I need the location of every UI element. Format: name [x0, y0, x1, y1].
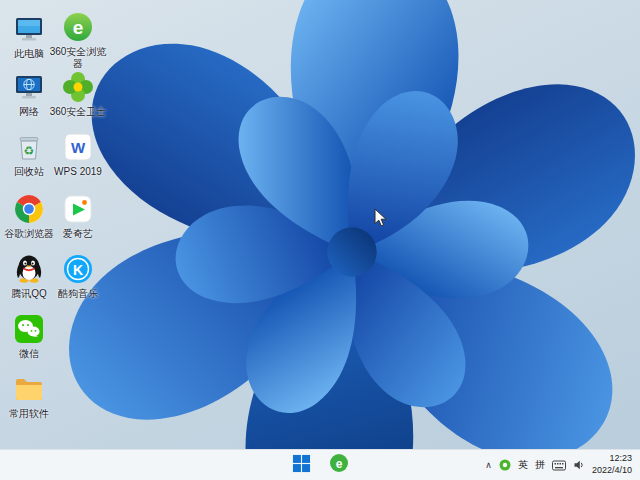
desktop-icon-360-safeguard[interactable]: 360安全卫士: [49, 70, 107, 118]
icon-label: 爱奇艺: [63, 228, 93, 240]
network-icon: [12, 70, 46, 104]
svg-text:e: e: [73, 17, 84, 38]
folder-icon: [12, 372, 46, 406]
chrome-icon: [12, 192, 46, 226]
desktop-icon-wps[interactable]: W WPS 2019: [49, 130, 107, 178]
desktop-icon-software-folder[interactable]: 常用软件: [0, 372, 58, 420]
wechat-icon: [12, 312, 46, 346]
icon-label: 360安全卫士: [50, 106, 107, 118]
svg-text:K: K: [73, 262, 83, 278]
tray-clock[interactable]: 12:23 2022/4/10: [592, 453, 636, 476]
kugou-icon: K: [61, 252, 95, 286]
icon-label: 常用软件: [9, 408, 49, 420]
icon-label: 360安全浏览器: [49, 46, 107, 70]
icon-label: 回收站: [14, 166, 44, 178]
this-pc-icon: [12, 12, 46, 46]
taskbar: e ∧ 英 拼: [0, 449, 640, 480]
icon-label: 网络: [19, 106, 39, 118]
360-browser-icon: e: [61, 10, 95, 44]
svg-text:e: e: [336, 457, 343, 471]
iqiyi-icon: [61, 192, 95, 226]
start-button[interactable]: [288, 453, 314, 477]
desktop: 此电脑 网络 ♻ 回收站: [0, 0, 640, 450]
desktop-icon-wechat[interactable]: 微信: [0, 312, 58, 360]
tray-date: 2022/4/10: [592, 465, 632, 477]
qq-penguin-icon: [12, 252, 46, 286]
tray-time: 12:23: [609, 453, 632, 465]
svg-text:♻: ♻: [24, 144, 35, 158]
icon-label: 酷狗音乐: [58, 288, 98, 300]
tray-hidden-icons-chevron[interactable]: ∧: [485, 454, 492, 476]
icon-label: 腾讯QQ: [11, 288, 47, 300]
wps-icon: W: [61, 130, 95, 164]
taskbar-360-browser-button[interactable]: e: [326, 453, 352, 477]
windows-logo-icon: [292, 454, 311, 477]
desktop-icon-kugou[interactable]: K 酷狗音乐: [49, 252, 107, 300]
icon-label: 谷歌浏览器: [4, 228, 54, 240]
icon-label: 此电脑: [14, 48, 44, 60]
360-browser-taskbar-icon: e: [329, 453, 349, 477]
svg-text:W: W: [71, 139, 86, 156]
desktop-icon-360-browser[interactable]: e 360安全浏览器: [49, 10, 107, 70]
tray-360-icon[interactable]: [499, 454, 511, 476]
icon-label: 微信: [19, 348, 39, 360]
desktop-icon-iqiyi[interactable]: 爱奇艺: [49, 192, 107, 240]
volume-icon[interactable]: [573, 454, 585, 476]
system-tray: ∧ 英 拼 12:23 2: [485, 450, 636, 480]
keyboard-icon[interactable]: [552, 454, 566, 476]
360-safeguard-icon: [61, 70, 95, 104]
ime-language-indicator[interactable]: 英: [518, 454, 528, 476]
recycle-bin-icon: ♻: [12, 130, 46, 164]
icon-label: WPS 2019: [54, 166, 102, 178]
ime-mode-indicator[interactable]: 拼: [535, 454, 545, 476]
